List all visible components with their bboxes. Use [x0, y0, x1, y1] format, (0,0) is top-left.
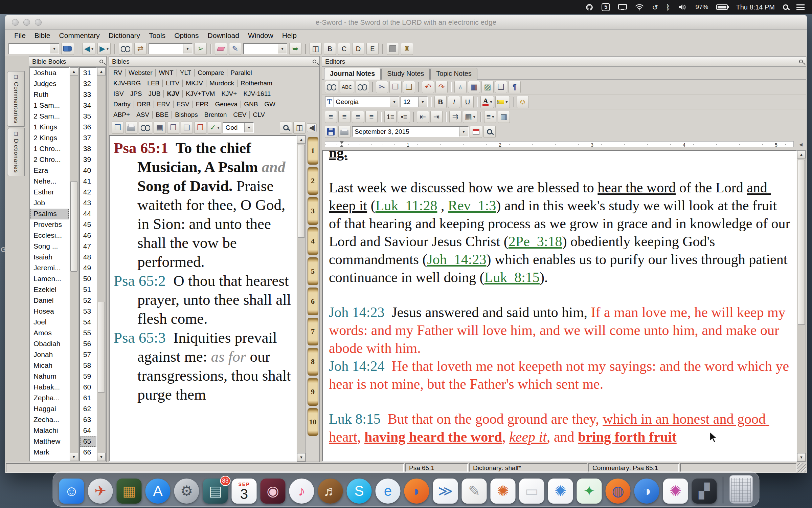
scroll-up-icon[interactable]: ▲ [97, 67, 106, 76]
bible-tab-murdock[interactable]: Murdock [206, 80, 238, 87]
columns-button[interactable]: ▥ [498, 111, 510, 123]
align-justify-button[interactable]: ≡ [365, 111, 378, 123]
verse-find-button[interactable] [356, 81, 369, 93]
menu-dictionary[interactable]: Dictionary [104, 31, 144, 40]
scripture-lookup-button[interactable] [61, 43, 74, 55]
bible-tab-bishops[interactable]: Bishops [172, 111, 201, 119]
dock-icon-finder[interactable]: ☺ [59, 479, 84, 504]
chapter-item-55[interactable]: 55 [80, 328, 96, 339]
verse-list-button[interactable]: ▤ [154, 122, 166, 134]
insert-table-button[interactable]: ▦ [468, 81, 480, 93]
book-item-2-sam[interactable]: 2 Sam... [30, 111, 69, 122]
book-item-hosea[interactable]: Hosea [30, 306, 69, 317]
menu-commentary[interactable]: Commentary [55, 31, 104, 40]
book-item-lamen[interactable]: Lamen... [30, 274, 69, 284]
dropdown-caret-icon[interactable]: ▾ [418, 97, 427, 107]
trash-icon[interactable] [729, 475, 753, 504]
highlight-button[interactable]: ▾ [495, 96, 510, 108]
bible-tab-drb[interactable]: DRB [134, 101, 154, 108]
scroll-up-icon[interactable]: ▲ [70, 67, 78, 76]
chapter-item-47[interactable]: 47 [80, 241, 96, 252]
menu-tools[interactable]: Tools [144, 31, 170, 40]
font-size-combo[interactable]: 12▾ [401, 97, 428, 107]
bible-tab-brenton[interactable]: Brenton [201, 111, 230, 119]
dock-icon-skype[interactable]: S [347, 479, 372, 504]
split-view-button[interactable]: ◫ [293, 122, 306, 134]
ruler-scroll-left-icon[interactable]: ◀ [799, 142, 803, 147]
book-item-1-sam[interactable]: 1 Sam... [30, 100, 69, 111]
books-scrollbar[interactable]: ▲▼ [70, 67, 78, 461]
bible-tab-jub[interactable]: JUB [145, 90, 164, 98]
book-item-song[interactable]: Song ... [30, 241, 69, 252]
menu-download[interactable]: Download [203, 31, 244, 40]
paste-button[interactable]: ❏ [403, 81, 415, 93]
line-spacing-button[interactable]: ≡▾ [484, 111, 496, 123]
bible-tab-esv[interactable]: ESV [174, 101, 193, 108]
bible-tab-geneva[interactable]: Geneva [212, 101, 241, 108]
reference-combo[interactable]: ▾ [8, 43, 59, 54]
window-titlebar[interactable]: e-Sword - the Sword of the LORD with an … [5, 15, 807, 30]
book-item-nehe[interactable]: Nehe... [30, 176, 69, 187]
menu-bible[interactable]: Bible [30, 31, 55, 40]
font-family-combo[interactable]: TGeorgia▾ [325, 97, 399, 107]
graphics-viewer-button[interactable]: ♜ [401, 43, 413, 55]
journal-date-combo[interactable]: September 3, 2015▾ [352, 126, 469, 137]
chapter-scroll-3[interactable]: 3 [308, 197, 318, 225]
borders-button[interactable]: ▦▾ [463, 111, 477, 123]
names-of-god-dropdown[interactable]: God▾ [223, 122, 254, 133]
align-center-button[interactable]: ≡ [338, 111, 351, 123]
hanging-indent-button[interactable]: ⇉ [449, 111, 461, 123]
compare-search-button[interactable]: ⇄ [134, 43, 146, 55]
chapters-list[interactable]: 3132333435363738394041424344454647484950… [79, 67, 97, 461]
bible-tab-compare[interactable]: Compare [195, 69, 227, 77]
dictionary-go-button[interactable]: ➥ [289, 43, 301, 55]
bible-tab-leb[interactable]: LEB [144, 80, 163, 87]
dock-icon-pinwheel-app[interactable]: ✺ [491, 479, 516, 504]
chapter-item-44[interactable]: 44 [80, 209, 96, 219]
bible-tab-gw[interactable]: GW [261, 101, 278, 108]
print-button[interactable] [125, 122, 137, 134]
copy-study-button[interactable]: ❒ [194, 122, 206, 134]
volume-icon[interactable] [678, 4, 687, 10]
chapter-scroll-2[interactable]: 2 [308, 167, 318, 195]
chapter-item-59[interactable]: 59 [80, 371, 96, 382]
side-tab-dictionaries[interactable]: ❏Dictionaries [7, 128, 25, 176]
chapter-scroll-1[interactable]: 1 [308, 137, 318, 165]
bible-tab-jps[interactable]: JPS [127, 90, 145, 98]
scroll-track[interactable] [297, 144, 306, 453]
bullet-list-button[interactable]: •≡ [398, 111, 410, 123]
align-left-button[interactable]: ≡ [325, 111, 337, 123]
dock-icon-app-white[interactable]: ▭ [519, 479, 544, 504]
pin-icon[interactable] [313, 60, 316, 63]
toggle-editors-button[interactable]: E [366, 43, 379, 55]
book-item-jonah[interactable]: Jonah [30, 350, 69, 360]
scroll-track[interactable] [70, 76, 78, 453]
toggle-dictionaries-button[interactable]: D [352, 43, 364, 55]
chapter-scroll-7[interactable]: 7 [308, 318, 318, 345]
book-item-jeremi[interactable]: Jeremi... [30, 263, 69, 274]
bible-tab-kjv[interactable]: KJV+ [218, 90, 240, 98]
chapter-item-51[interactable]: 51 [80, 284, 96, 295]
chapter-item-54[interactable]: 54 [80, 317, 96, 328]
scroll-thumb[interactable] [70, 181, 77, 272]
notification-center-icon[interactable] [796, 4, 805, 10]
bible-tab-fpr[interactable]: FPR [193, 101, 212, 108]
toggle-commentaries-button[interactable]: C [338, 43, 350, 55]
chapter-item-49[interactable]: 49 [80, 263, 96, 274]
book-item-ezekiel[interactable]: Ezekiel [30, 284, 69, 295]
book-item-mark[interactable]: Mark [30, 447, 69, 458]
dock-icon-garageband[interactable]: ♬ [318, 479, 343, 504]
tab-topic-notes[interactable]: Topic Notes [430, 68, 477, 80]
dock-icon-system-preferences[interactable]: ⚙ [174, 479, 199, 504]
bible-tab-darby[interactable]: Darby [110, 101, 134, 108]
book-item-joshua[interactable]: Joshua [30, 68, 69, 79]
align-right-button[interactable]: ≡ [352, 111, 364, 123]
book-item-matthew[interactable]: Matthew [30, 436, 69, 447]
toggle-bibles-button[interactable]: B [324, 43, 336, 55]
book-item-nahum[interactable]: Nahum [30, 371, 69, 382]
editor-scrollbar[interactable]: ▲▼ [797, 150, 806, 462]
bible-tab-isv[interactable]: ISV [110, 90, 127, 98]
pencil-button[interactable]: ✎ [229, 43, 241, 55]
chapter-item-60[interactable]: 60 [80, 382, 96, 393]
back-button[interactable]: ◀▾ [82, 43, 95, 55]
